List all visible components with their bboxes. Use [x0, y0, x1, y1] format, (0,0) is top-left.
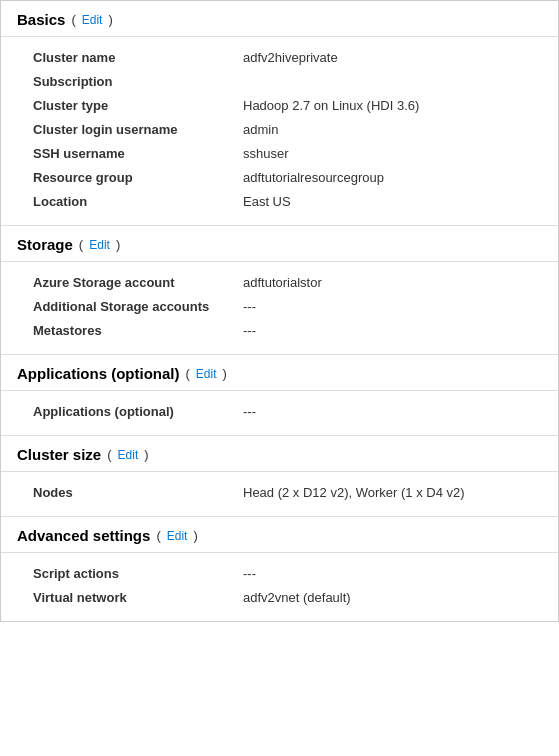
- field-value: Head (2 x D12 v2), Worker (1 x D4 v2): [243, 484, 542, 500]
- field-label: Applications (optional): [33, 403, 243, 419]
- section-cluster-size: Cluster size (Edit)NodesHead (2 x D12 v2…: [1, 436, 558, 516]
- section-body-cluster-size: NodesHead (2 x D12 v2), Worker (1 x D4 v…: [1, 471, 558, 516]
- field-value: ---: [243, 322, 542, 338]
- field-value: adfv2vnet (default): [243, 589, 542, 605]
- field-value: admin: [243, 121, 542, 137]
- field-row: Cluster login usernameadmin: [1, 117, 558, 141]
- field-row: NodesHead (2 x D12 v2), Worker (1 x D4 v…: [1, 480, 558, 504]
- paren-close: ): [223, 366, 227, 381]
- field-label: Cluster login username: [33, 121, 243, 137]
- field-label: Script actions: [33, 565, 243, 581]
- field-label: Virtual network: [33, 589, 243, 605]
- field-row: Applications (optional)---: [1, 399, 558, 423]
- page-container: Basics (Edit)Cluster nameadfv2hiveprivat…: [0, 0, 559, 622]
- field-row: Script actions---: [1, 561, 558, 585]
- section-title-storage: Storage: [17, 236, 73, 253]
- section-header-applications: Applications (optional) (Edit): [1, 355, 558, 390]
- field-value: adfv2hiveprivate: [243, 49, 542, 65]
- paren-open: (: [156, 528, 160, 543]
- paren-open: (: [71, 12, 75, 27]
- paren-close: ): [108, 12, 112, 27]
- field-value: adftutorialresourcegroup: [243, 169, 542, 185]
- field-value: Hadoop 2.7 on Linux (HDI 3.6): [243, 97, 542, 113]
- edit-link-storage[interactable]: Edit: [89, 238, 110, 252]
- field-row: Cluster nameadfv2hiveprivate: [1, 45, 558, 69]
- paren-open: (: [79, 237, 83, 252]
- section-applications: Applications (optional) (Edit)Applicatio…: [1, 355, 558, 435]
- field-value: ---: [243, 565, 542, 581]
- field-label: Additional Storage accounts: [33, 298, 243, 314]
- section-body-storage: Azure Storage accountadftutorialstorAddi…: [1, 261, 558, 354]
- section-title-cluster-size: Cluster size: [17, 446, 101, 463]
- field-row: Virtual networkadfv2vnet (default): [1, 585, 558, 609]
- field-row: Cluster typeHadoop 2.7 on Linux (HDI 3.6…: [1, 93, 558, 117]
- section-header-cluster-size: Cluster size (Edit): [1, 436, 558, 471]
- field-row: Subscription: [1, 69, 558, 93]
- edit-link-advanced-settings[interactable]: Edit: [167, 529, 188, 543]
- field-row: Additional Storage accounts---: [1, 294, 558, 318]
- field-row: Metastores---: [1, 318, 558, 342]
- field-row: Resource groupadftutorialresourcegroup: [1, 165, 558, 189]
- field-value: East US: [243, 193, 542, 209]
- field-row: Azure Storage accountadftutorialstor: [1, 270, 558, 294]
- paren-open: (: [107, 447, 111, 462]
- field-value: adftutorialstor: [243, 274, 542, 290]
- section-title-applications: Applications (optional): [17, 365, 180, 382]
- field-label: Subscription: [33, 73, 243, 89]
- edit-link-cluster-size[interactable]: Edit: [118, 448, 139, 462]
- field-label: Location: [33, 193, 243, 209]
- field-row: SSH usernamesshuser: [1, 141, 558, 165]
- section-advanced-settings: Advanced settings (Edit)Script actions--…: [1, 517, 558, 621]
- section-storage: Storage (Edit)Azure Storage accountadftu…: [1, 226, 558, 354]
- field-row: LocationEast US: [1, 189, 558, 213]
- section-body-basics: Cluster nameadfv2hiveprivateSubscription…: [1, 36, 558, 225]
- section-body-applications: Applications (optional)---: [1, 390, 558, 435]
- section-header-advanced-settings: Advanced settings (Edit): [1, 517, 558, 552]
- field-label: Resource group: [33, 169, 243, 185]
- field-value: ---: [243, 298, 542, 314]
- field-label: Nodes: [33, 484, 243, 500]
- paren-close: ): [144, 447, 148, 462]
- field-label: Azure Storage account: [33, 274, 243, 290]
- field-value: sshuser: [243, 145, 542, 161]
- edit-link-applications[interactable]: Edit: [196, 367, 217, 381]
- field-value: [243, 73, 542, 74]
- section-title-advanced-settings: Advanced settings: [17, 527, 150, 544]
- edit-link-basics[interactable]: Edit: [82, 13, 103, 27]
- section-basics: Basics (Edit)Cluster nameadfv2hiveprivat…: [1, 1, 558, 225]
- field-value: ---: [243, 403, 542, 419]
- section-header-storage: Storage (Edit): [1, 226, 558, 261]
- section-title-basics: Basics: [17, 11, 65, 28]
- field-label: SSH username: [33, 145, 243, 161]
- field-label: Cluster name: [33, 49, 243, 65]
- field-label: Metastores: [33, 322, 243, 338]
- paren-close: ): [193, 528, 197, 543]
- field-label: Cluster type: [33, 97, 243, 113]
- paren-open: (: [186, 366, 190, 381]
- section-body-advanced-settings: Script actions---Virtual networkadfv2vne…: [1, 552, 558, 621]
- section-header-basics: Basics (Edit): [1, 1, 558, 36]
- paren-close: ): [116, 237, 120, 252]
